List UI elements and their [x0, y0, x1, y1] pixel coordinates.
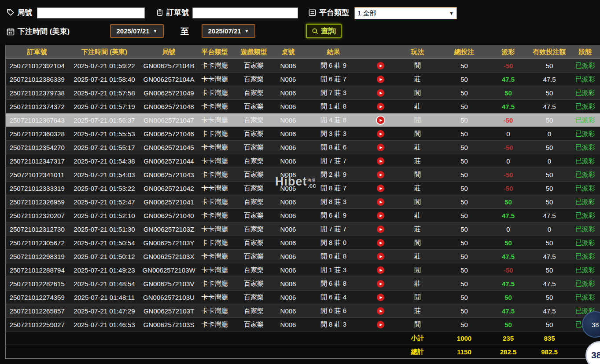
bet-records-table: 訂單號下注時間 (美東)局號平台類型遊戲類型桌號結果玩法總投注派彩有效投注額狀態…: [5, 45, 600, 359]
table-row[interactable]: 2507210122826152025-07-21 01:48:54GN0062…: [6, 277, 600, 291]
play-type-cell: 閒: [395, 195, 441, 209]
replay-button[interactable]: ▶: [377, 253, 384, 260]
payout-cell: -50: [488, 113, 529, 127]
replay-button[interactable]: ▶: [377, 62, 384, 69]
replay-button[interactable]: ▶: [377, 321, 384, 328]
table-row[interactable]: 2507210122983192025-07-21 01:50:12GN0062…: [6, 250, 600, 263]
total-bet-cell: 50: [441, 73, 488, 86]
table-row[interactable]: 2507210122658572025-07-21 01:47:29GN0062…: [6, 304, 600, 318]
table-row[interactable]: 2507210123921042025-07-21 01:59:22GN0062…: [6, 59, 600, 73]
table-row[interactable]: 2507210123333192025-07-21 01:53:22GN0062…: [6, 182, 600, 195]
play-type-cell: 閒: [395, 127, 441, 141]
total-bet-cell: 50: [441, 209, 488, 222]
valid-bet-cell: 47.5: [529, 277, 571, 291]
replay-button[interactable]: ▶: [377, 266, 384, 274]
result-cell: 閒 6 莊 9: [301, 59, 367, 73]
status-cell: 已派彩: [571, 195, 600, 209]
game-no-cell: GN00625721044: [140, 154, 198, 168]
chevron-down-icon: ▼: [245, 29, 249, 33]
replay-button[interactable]: ▶: [377, 185, 384, 192]
replay-button[interactable]: ▶: [377, 307, 384, 315]
valid-bet-cell: 0: [529, 222, 571, 236]
replay-button[interactable]: ▶: [377, 116, 384, 124]
replay-button[interactable]: ▶: [377, 198, 384, 206]
date-from-picker[interactable]: 2025/07/21 ▼: [110, 24, 164, 38]
time-cell: 2025-07-21 01:55:17: [69, 141, 140, 154]
total-bet-cell: 50: [441, 291, 488, 304]
replay-button[interactable]: ▶: [377, 89, 384, 97]
platform-cell: 卡卡灣廳: [198, 168, 232, 182]
grand-total-label: 總計: [395, 345, 441, 359]
platform-cell: 卡卡灣廳: [198, 182, 232, 195]
game-no-input[interactable]: [37, 7, 145, 18]
table-row[interactable]: 2507210123056722025-07-21 01:50:54GN0062…: [6, 236, 600, 250]
game-type-cell: 百家樂: [232, 100, 276, 113]
table-no-cell: N006: [276, 195, 301, 209]
search-button[interactable]: 查詢: [306, 24, 342, 38]
total-bet-cell: 50: [441, 100, 488, 113]
payout-cell: 47.5: [488, 209, 529, 222]
status-cell: 已派彩: [571, 250, 600, 263]
order-no-input[interactable]: [192, 7, 298, 18]
table-row[interactable]: 2507210123676432025-07-21 01:56:37GN0062…: [6, 113, 600, 127]
game-no-cell: GN0062572103Y: [140, 236, 198, 250]
table-no-cell: N006: [276, 209, 301, 222]
valid-bet-cell: 50: [529, 291, 571, 304]
table-row[interactable]: 2507210123202072025-07-21 01:52:10GN0062…: [6, 209, 600, 222]
replay-button[interactable]: ▶: [377, 157, 384, 165]
column-header: 總投注: [441, 45, 488, 59]
subtotal-valid-bet: 835: [529, 331, 571, 345]
table-header-row: 訂單號下注時間 (美東)局號平台類型遊戲類型桌號結果玩法總投注派彩有效投注額狀態: [6, 45, 600, 59]
order-cell: 250721012341011: [6, 168, 69, 182]
table-no-cell: N006: [276, 86, 301, 100]
platform-select[interactable]: 1.全部 ▼: [354, 7, 457, 19]
time-cell: 2025-07-21 01:57:19: [69, 100, 140, 113]
payout-cell: 50: [488, 236, 529, 250]
table-row[interactable]: 2507210123743722025-07-21 01:57:19GN0062…: [6, 100, 600, 113]
column-header: 狀態: [571, 45, 600, 59]
total-bet-cell: 50: [441, 263, 488, 277]
table-row[interactable]: 2507210122743592025-07-21 01:48:11GN0062…: [6, 291, 600, 304]
valid-bet-cell: 50: [529, 182, 571, 195]
table-row[interactable]: 2507210123863392025-07-21 01:58:40GN0062…: [6, 73, 600, 86]
order-cell: 250721012360328: [6, 127, 69, 141]
replay-button[interactable]: ▶: [377, 171, 384, 178]
replay-button[interactable]: ▶: [377, 239, 384, 247]
table-row[interactable]: 2507210123410112025-07-21 01:54:03GN0062…: [6, 168, 600, 182]
game-no-group: 局號: [6, 7, 32, 18]
play-type-cell: 閒: [395, 86, 441, 100]
table-row[interactable]: 2507210123473172025-07-21 01:54:38GN0062…: [6, 154, 600, 168]
payout-cell: -50: [488, 263, 529, 277]
tag-icon: [6, 8, 15, 17]
replay-button[interactable]: ▶: [377, 212, 384, 219]
replay-button[interactable]: ▶: [377, 280, 384, 288]
order-cell: 250721012312730: [6, 222, 69, 236]
table-row[interactable]: 2507210123127302025-07-21 01:51:30GN0062…: [6, 222, 600, 236]
replay-button[interactable]: ▶: [377, 144, 384, 151]
replay-button[interactable]: ▶: [377, 226, 384, 233]
table-row[interactable]: 2507210123269592025-07-21 01:52:47GN0062…: [6, 195, 600, 209]
replay-button[interactable]: ▶: [377, 103, 384, 110]
table-no-cell: N006: [276, 100, 301, 113]
total-bet-cell: 50: [441, 86, 488, 100]
game-no-cell: GN0062572103Z: [140, 222, 198, 236]
date-to-picker[interactable]: 2025/07/21 ▼: [202, 24, 255, 38]
valid-bet-cell: 50: [529, 318, 571, 331]
grand-total-row: 總計 1150 282.5 982.5: [6, 345, 600, 359]
replay-button[interactable]: ▶: [377, 130, 384, 138]
result-cell: 閒 0 莊 8: [301, 250, 367, 263]
replay-button[interactable]: ▶: [377, 76, 384, 83]
replay-button[interactable]: ▶: [377, 294, 384, 301]
table-row[interactable]: 2507210123542702025-07-21 01:55:17GN0062…: [6, 141, 600, 154]
table-no-cell: N006: [276, 277, 301, 291]
valid-bet-cell: 50: [529, 141, 571, 154]
game-no-cell: GN0062572103U: [140, 291, 198, 304]
play-type-cell: 閒: [395, 59, 441, 73]
table-row[interactable]: 2507210123797382025-07-21 01:57:58GN0062…: [6, 86, 600, 100]
table-row[interactable]: 2507210122887942025-07-21 01:49:23GN0062…: [6, 263, 600, 277]
game-type-cell: 百家樂: [232, 168, 276, 182]
table-row[interactable]: 2507210123603282025-07-21 01:55:53GN0062…: [6, 127, 600, 141]
table-row[interactable]: 2507210122590272025-07-21 01:46:53GN0062…: [6, 318, 600, 331]
replay-cell: ▶: [367, 236, 395, 250]
total-bet-cell: 50: [441, 141, 488, 154]
